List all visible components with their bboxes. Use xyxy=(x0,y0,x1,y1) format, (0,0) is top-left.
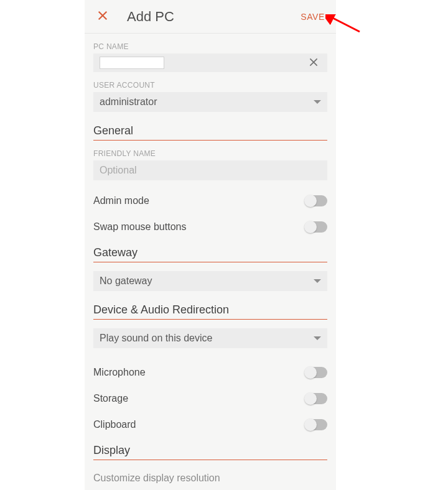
chevron-down-icon xyxy=(314,275,321,287)
clear-pc-name-button[interactable] xyxy=(306,55,321,72)
section-display-title: Display xyxy=(93,444,327,460)
chevron-down-icon xyxy=(314,96,321,108)
user-account-value: administrator xyxy=(100,96,314,108)
swap-mouse-row: Swap mouse buttons xyxy=(93,214,327,240)
section-general-title: General xyxy=(93,124,327,141)
friendly-name-field[interactable] xyxy=(93,160,327,180)
friendly-name-label: FRIENDLY NAME xyxy=(93,149,327,158)
pc-name-label: PC NAME xyxy=(93,42,327,51)
gateway-select[interactable]: No gateway xyxy=(93,271,327,291)
add-pc-panel: Add PC SAVE PC NAME USER ACCOUNT adminis… xyxy=(85,0,336,490)
admin-mode-label: Admin mode xyxy=(93,195,149,206)
storage-row: Storage xyxy=(93,386,327,412)
storage-label: Storage xyxy=(93,393,128,404)
swap-mouse-toggle[interactable] xyxy=(305,221,327,233)
gateway-value: No gateway xyxy=(100,275,314,287)
clipboard-row: Clipboard xyxy=(93,412,327,438)
section-device-audio-title: Device & Audio Redirection xyxy=(93,303,327,320)
microphone-label: Microphone xyxy=(93,367,146,378)
form-content: PC NAME USER ACCOUNT administrator Gener… xyxy=(85,34,336,488)
sound-value: Play sound on this device xyxy=(100,333,314,344)
page-title: Add PC xyxy=(127,9,298,25)
clear-icon xyxy=(309,57,319,69)
pc-name-input[interactable] xyxy=(100,57,164,69)
admin-mode-toggle[interactable] xyxy=(305,195,327,206)
customize-resolution-row: Customize display resolution xyxy=(93,469,327,488)
sound-select[interactable]: Play sound on this device xyxy=(93,328,327,348)
save-button[interactable]: SAVE xyxy=(298,8,327,25)
chevron-down-icon xyxy=(314,333,321,344)
friendly-name-input[interactable] xyxy=(100,160,321,180)
admin-mode-row: Admin mode xyxy=(93,188,327,214)
clipboard-toggle[interactable] xyxy=(305,419,327,430)
user-account-select[interactable]: administrator xyxy=(93,92,327,112)
pc-name-field[interactable] xyxy=(93,53,327,72)
close-icon xyxy=(97,10,108,23)
swap-mouse-label: Swap mouse buttons xyxy=(93,221,186,233)
microphone-row: Microphone xyxy=(93,359,327,386)
header-bar: Add PC SAVE xyxy=(85,0,336,34)
storage-toggle[interactable] xyxy=(305,393,327,404)
clipboard-label: Clipboard xyxy=(93,419,136,430)
user-account-label: USER ACCOUNT xyxy=(93,81,327,90)
section-gateway-title: Gateway xyxy=(93,246,327,262)
microphone-toggle[interactable] xyxy=(305,367,327,378)
close-button[interactable] xyxy=(93,6,112,27)
customize-resolution-label: Customize display resolution xyxy=(93,473,220,484)
